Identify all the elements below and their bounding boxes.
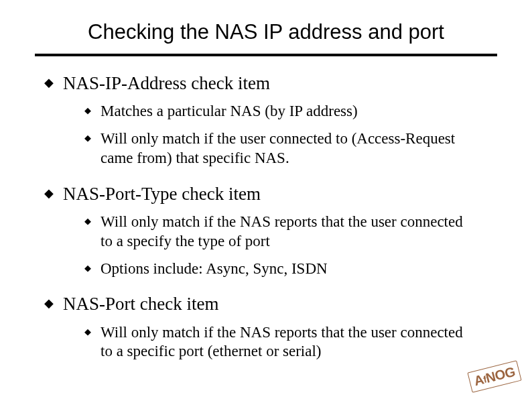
slide-title: Checking the NAS IP address and port — [0, 0, 532, 50]
diamond-bullet-icon: ◆ — [43, 72, 63, 93]
bullet-text: NAS-Port-Type check item — [63, 183, 261, 205]
diamond-bullet-icon: ◆ — [83, 260, 101, 277]
bullet-level2: ◆ Matches a particular NAS (by IP addres… — [83, 102, 489, 121]
sub-bullet-text: Will only match if the NAS reports that … — [101, 213, 476, 251]
sub-list: ◆ Will only match if the NAS reports tha… — [43, 209, 489, 293]
bullet-text: NAS-Port check item — [63, 293, 218, 315]
bullet-level1: ◆ NAS-Port-Type check item — [43, 183, 489, 205]
sub-bullet-text: Will only match if the user connected to… — [101, 129, 476, 168]
sub-bullet-text: Matches a particular NAS (by IP address) — [101, 102, 358, 121]
bullet-level2: ◆ Will only match if the NAS reports tha… — [83, 213, 489, 251]
bullet-level2: ◆ Will only match if the user connected … — [83, 129, 489, 168]
sub-list: ◆ Will only match if the NAS reports tha… — [43, 319, 489, 377]
bullet-level1: ◆ NAS-IP-Address check item — [43, 72, 489, 94]
bullet-level2: ◆ Will only match if the NAS reports tha… — [83, 323, 489, 362]
bullet-text: NAS-IP-Address check item — [63, 72, 270, 94]
diamond-bullet-icon: ◆ — [43, 183, 63, 203]
slide-body: ◆ NAS-IP-Address check item ◆ Matches a … — [0, 56, 532, 376]
diamond-bullet-icon: ◆ — [83, 129, 101, 147]
bullet-level1: ◆ NAS-Port check item — [43, 293, 489, 315]
diamond-bullet-icon: ◆ — [83, 213, 101, 230]
logo-part: NOG — [484, 364, 517, 386]
diamond-bullet-icon: ◆ — [43, 293, 63, 313]
sub-list: ◆ Matches a particular NAS (by IP addres… — [43, 98, 489, 182]
sub-bullet-text: Options include: Async, Sync, ISDN — [101, 260, 328, 279]
diamond-bullet-icon: ◆ — [83, 102, 101, 119]
diamond-bullet-icon: ◆ — [83, 323, 101, 341]
sub-bullet-text: Will only match if the NAS reports that … — [101, 323, 476, 362]
bullet-level2: ◆ Options include: Async, Sync, ISDN — [83, 260, 489, 279]
slide: Checking the NAS IP address and port ◆ N… — [0, 0, 532, 399]
